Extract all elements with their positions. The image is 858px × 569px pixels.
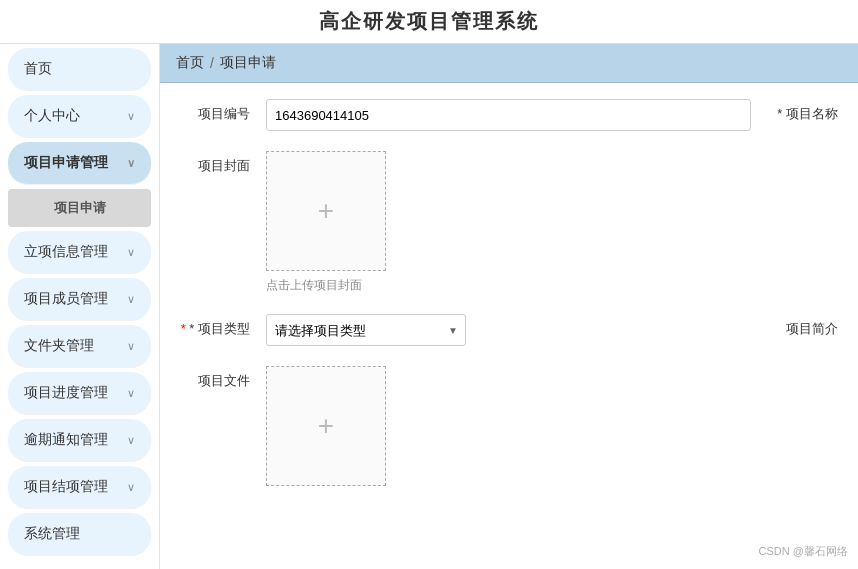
form-row-project-file: 项目文件 + <box>180 366 838 486</box>
sidebar-item-project-member[interactable]: 项目成员管理 ∨ <box>8 278 151 321</box>
form-row-project-type: * 项目类型 请选择项目类型 项目简介 <box>180 314 838 346</box>
sidebar-label-project-apply: 项目申请管理 <box>24 154 108 172</box>
sidebar-item-project-apply[interactable]: 项目申请管理 ∨ <box>8 142 151 185</box>
chevron-down-icon: ∨ <box>127 110 135 123</box>
sidebar-item-overdue[interactable]: 逾期通知管理 ∨ <box>8 419 151 462</box>
form-area: 项目编号 * 项目名称 项目封面 + 点击上传项目封面 * 项目类型 <box>160 83 858 569</box>
cover-upload-box[interactable]: + <box>266 151 386 271</box>
project-type-select[interactable]: 请选择项目类型 <box>266 314 466 346</box>
sidebar-sub-item-project-apply[interactable]: 项目申请 <box>8 189 151 227</box>
breadcrumb-home[interactable]: 首页 <box>176 54 204 72</box>
chevron-down-icon: ∨ <box>127 246 135 259</box>
sidebar-label-overdue: 逾期通知管理 <box>24 431 108 449</box>
project-cover-label: 项目封面 <box>180 151 250 175</box>
project-number-input[interactable] <box>266 99 751 131</box>
sidebar-item-project-info[interactable]: 立项信息管理 ∨ <box>8 231 151 274</box>
watermark-text: CSDN @馨石网络 <box>759 545 848 557</box>
sidebar-sub-label-project-apply: 项目申请 <box>54 200 106 215</box>
chevron-down-icon: ∨ <box>127 340 135 353</box>
project-desc-label: 项目简介 <box>786 314 838 338</box>
sidebar-item-home[interactable]: 首页 <box>8 48 151 91</box>
chevron-down-icon: ∨ <box>127 434 135 447</box>
project-file-label: 项目文件 <box>180 366 250 390</box>
project-type-label: * 项目类型 <box>180 314 250 338</box>
breadcrumb: 首页 / 项目申请 <box>160 44 858 83</box>
file-plus-icon: + <box>318 410 334 442</box>
file-upload-section: + <box>266 366 386 486</box>
sidebar-label-project-info: 立项信息管理 <box>24 243 108 261</box>
form-row-project-cover: 项目封面 + 点击上传项目封面 <box>180 151 838 294</box>
chevron-down-icon: ∨ <box>127 481 135 494</box>
project-name-label: * 项目名称 <box>777 99 838 123</box>
sidebar-item-close[interactable]: 项目结项管理 ∨ <box>8 466 151 509</box>
content-area: 首页 / 项目申请 项目编号 * 项目名称 项目封面 + 点击上传项目封面 <box>160 44 858 569</box>
plus-icon: + <box>318 195 334 227</box>
title-text: 高企研发项目管理系统 <box>319 10 539 32</box>
sidebar-label-project-member: 项目成员管理 <box>24 290 108 308</box>
sidebar-label-home: 首页 <box>24 60 52 78</box>
chevron-down-icon: ∨ <box>127 293 135 306</box>
form-row-project-number: 项目编号 * 项目名称 <box>180 99 838 131</box>
chevron-down-icon: ∨ <box>127 387 135 400</box>
chevron-down-icon: ∨ <box>127 157 135 170</box>
breadcrumb-current: 项目申请 <box>220 54 276 72</box>
sidebar: 首页 个人中心 ∨ 项目申请管理 ∨ 项目申请 立项信息管理 ∨ 项目成员管理 … <box>0 44 160 569</box>
sidebar-label-progress: 项目进度管理 <box>24 384 108 402</box>
sidebar-label-folder: 文件夹管理 <box>24 337 94 355</box>
sidebar-item-progress[interactable]: 项目进度管理 ∨ <box>8 372 151 415</box>
app-title: 高企研发项目管理系统 <box>0 0 858 44</box>
breadcrumb-separator: / <box>210 55 214 71</box>
watermark: CSDN @馨石网络 <box>759 544 848 559</box>
cover-upload-hint: 点击上传项目封面 <box>266 277 362 294</box>
sidebar-item-system[interactable]: 系统管理 <box>8 513 151 556</box>
file-upload-box[interactable]: + <box>266 366 386 486</box>
project-type-wrapper: 请选择项目类型 <box>266 314 466 346</box>
sidebar-item-folder[interactable]: 文件夹管理 ∨ <box>8 325 151 368</box>
sidebar-item-personal[interactable]: 个人中心 ∨ <box>8 95 151 138</box>
sidebar-label-system: 系统管理 <box>24 525 80 543</box>
sidebar-label-personal: 个人中心 <box>24 107 80 125</box>
cover-upload-section: + 点击上传项目封面 <box>266 151 386 294</box>
project-number-label: 项目编号 <box>180 99 250 123</box>
sidebar-label-close: 项目结项管理 <box>24 478 108 496</box>
